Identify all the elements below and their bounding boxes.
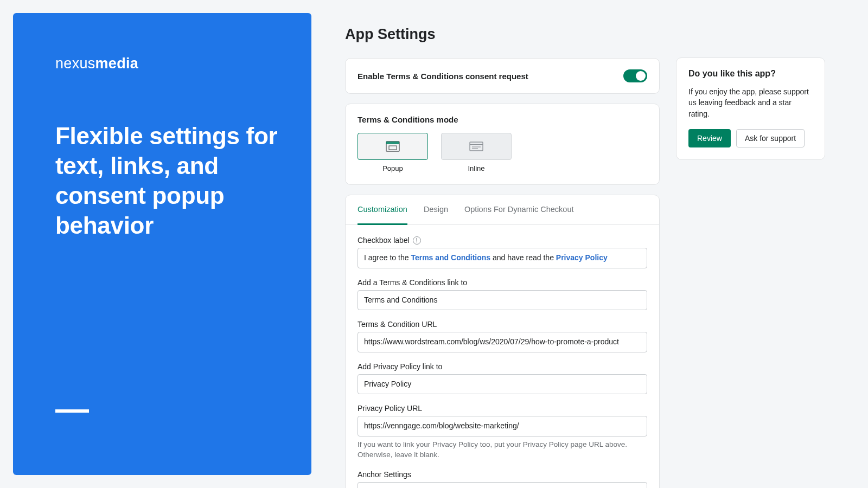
popup-icon [358,133,428,160]
mode-options: Popup Inline [358,133,647,172]
tc-link: Terms and Conditions [411,253,490,262]
mode-option-popup[interactable]: Popup [358,133,428,172]
mode-label: Popup [358,164,428,172]
text-part: and have read the [490,253,556,262]
inline-icon [441,133,512,160]
field-label: Privacy Policy URL [358,404,647,413]
side-column: Do you like this app? If you enjoy the a… [676,26,825,488]
review-button[interactable]: Review [688,129,731,147]
brand-logo: nexusmedia [55,55,279,72]
info-icon[interactable]: ! [413,236,421,245]
checkbox-label-input[interactable]: I agree to the Terms and Conditions and … [358,248,647,268]
mode-card: Terms & Conditions mode Popup [345,104,660,185]
pp-url-input[interactable] [358,416,647,436]
brand-bold: media [95,55,139,72]
feedback-title: Do you like this app? [688,69,813,79]
svg-rect-1 [386,142,399,144]
tabs: Customization Design Options For Dynamic… [346,195,659,225]
brand-light: nexus [55,55,95,72]
feedback-buttons: Review Ask for support [688,129,813,147]
field-tc-url: Terms & Condition URL [358,320,647,352]
settings-column: App Settings Enable Terms & Conditions c… [345,26,660,488]
enable-card: Enable Terms & Conditions consent reques… [345,58,660,94]
field-label: Add Privacy Policy link to [358,362,647,371]
field-tc-link-to: Add a Terms & Conditions link to [358,278,647,311]
tab-dynamic-checkout[interactable]: Options For Dynamic Checkout [464,195,573,225]
window-popup-icon [386,141,400,152]
window-inline-icon [469,142,483,151]
field-label: Checkbox label ! [358,236,647,245]
enable-label: Enable Terms & Conditions consent reques… [358,72,528,81]
svg-rect-3 [470,142,483,151]
support-button[interactable]: Ask for support [736,129,805,147]
customization-card: Customization Design Options For Dynamic… [345,195,660,488]
main-area: App Settings Enable Terms & Conditions c… [311,0,868,488]
enable-toggle[interactable] [623,69,647,82]
field-checkbox-label: Checkbox label ! I agree to the Terms an… [358,236,647,268]
field-label: Add a Terms & Conditions link to [358,278,647,287]
label-text: Checkbox label [358,236,410,245]
tc-link-to-input[interactable] [358,290,647,311]
pp-link: Privacy Policy [556,253,608,262]
accent-underline [55,409,89,413]
tab-customization[interactable]: Customization [358,195,407,225]
field-label: Anchor Settings [358,470,647,479]
promo-headline: Flexible settings for text, links, and c… [55,121,279,240]
mode-label: Inline [441,164,512,172]
field-pp-link-to: Add Privacy Policy link to [358,362,647,395]
page-title: App Settings [345,26,660,43]
text-part: I agree to the [364,253,411,262]
field-anchor-settings: Anchor Settings ▲▼ [358,470,647,488]
tc-url-input[interactable] [358,332,647,352]
field-label: Terms & Condition URL [358,320,647,329]
svg-rect-2 [389,146,397,150]
pp-url-help: If you want to link your Privacy Policy … [358,440,647,460]
form-body: Checkbox label ! I agree to the Terms an… [346,225,659,488]
promo-panel: nexusmedia Flexible settings for text, l… [13,13,311,475]
anchor-select[interactable] [358,482,647,488]
mode-option-inline[interactable]: Inline [441,133,512,172]
feedback-card: Do you like this app? If you enjoy the a… [676,57,825,160]
mode-title: Terms & Conditions mode [358,115,647,124]
feedback-text: If you enjoy the app, please support us … [688,86,813,119]
field-pp-url: Privacy Policy URL If you want to link y… [358,404,647,460]
tab-design[interactable]: Design [424,195,448,225]
pp-link-to-input[interactable] [358,374,647,395]
anchor-select-wrap: ▲▼ [358,482,647,488]
